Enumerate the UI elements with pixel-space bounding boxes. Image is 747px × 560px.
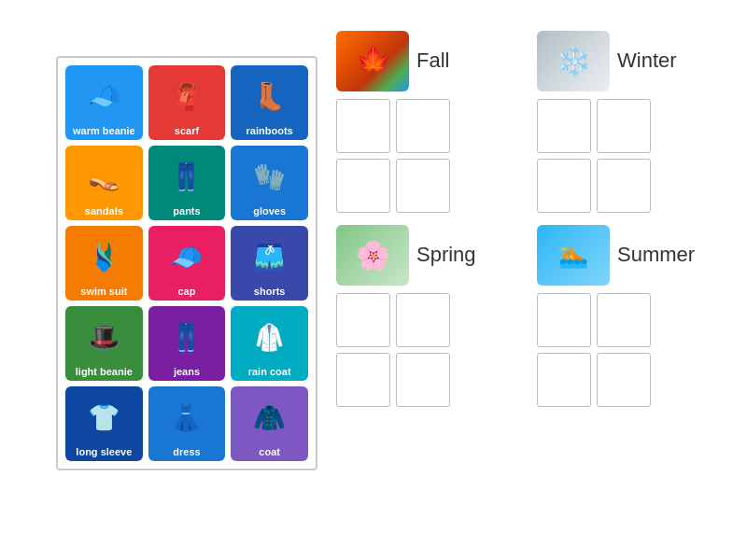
clothing-item-warm-beanie[interactable]: 🧢 warm beanie [65, 65, 143, 140]
season-image-summer [537, 225, 610, 286]
drop-row-spring-1 [336, 353, 528, 407]
cap-label: cap [178, 286, 196, 297]
drop-zones-winter [537, 99, 728, 213]
clothing-item-pants[interactable]: 👖 pants [148, 146, 226, 220]
clothing-item-coat[interactable]: 🧥 coat [231, 386, 308, 461]
swim-suit-icon: 🩱 [88, 231, 120, 284]
scarf-icon: 🧣 [170, 71, 203, 123]
warm-beanie-label: warm beanie [73, 125, 135, 136]
drop-zone-spring-1-0[interactable] [336, 353, 390, 407]
season-column-winter: Winter [537, 28, 728, 213]
season-image-winter [537, 31, 610, 91]
cap-icon: 🧢 [170, 231, 203, 284]
sandals-icon: 👡 [88, 151, 120, 203]
coat-label: coat [259, 446, 280, 457]
drop-zone-winter-1-1[interactable] [597, 159, 651, 213]
season-label-spring: Spring [416, 243, 476, 267]
season-image-spring [336, 225, 409, 286]
shorts-icon: 🩳 [253, 231, 286, 284]
clothing-item-rain-coat[interactable]: 🥼 rain coat [231, 306, 308, 381]
season-header-summer: Summer [537, 222, 728, 287]
drop-zone-summer-0-0[interactable] [537, 293, 591, 347]
drop-zone-summer-1-0[interactable] [537, 353, 591, 407]
clothing-item-dress[interactable]: 👗 dress [148, 386, 226, 461]
season-column-spring: Spring [336, 222, 528, 407]
drop-zone-fall-1-1[interactable] [396, 159, 450, 213]
shorts-label: shorts [254, 286, 286, 297]
clothing-item-shorts[interactable]: 🩳 shorts [231, 226, 308, 301]
drop-zone-spring-0-0[interactable] [336, 293, 390, 347]
season-label-fall: Fall [416, 49, 449, 73]
warm-beanie-icon: 🧢 [88, 71, 120, 123]
dress-label: dress [173, 446, 200, 457]
pants-label: pants [173, 205, 200, 217]
gloves-label: gloves [253, 205, 286, 217]
clothing-item-scarf[interactable]: 🧣 scarf [148, 65, 226, 140]
drop-row-fall-1 [336, 159, 528, 213]
season-header-winter: Winter [537, 28, 728, 93]
drop-zone-spring-0-1[interactable] [396, 293, 450, 347]
coat-icon: 🧥 [253, 392, 286, 444]
pants-icon: 👖 [170, 151, 203, 203]
season-column-summer: Summer [537, 222, 728, 407]
jeans-icon: 👖 [170, 312, 203, 364]
season-header-spring: Spring [336, 222, 528, 287]
season-header-fall: Fall [336, 28, 528, 93]
clothing-item-light-beanie[interactable]: 🎩 light beanie [65, 306, 143, 381]
clothing-item-sandals[interactable]: 👡 sandals [65, 146, 143, 220]
drop-zone-winter-1-0[interactable] [537, 159, 591, 213]
rain-coat-label: rain coat [248, 366, 291, 377]
rainboots-label: rainboots [247, 125, 293, 136]
swim-suit-label: swim suit [80, 286, 127, 297]
clothing-item-swim-suit[interactable]: 🩱 swim suit [65, 226, 143, 301]
dress-icon: 👗 [170, 392, 203, 444]
season-label-winter: Winter [617, 49, 677, 73]
drop-zones-summer [537, 293, 728, 407]
drop-zone-fall-0-0[interactable] [336, 99, 390, 153]
clothing-item-cap[interactable]: 🧢 cap [148, 226, 226, 301]
drop-row-winter-1 [537, 159, 728, 213]
drop-zone-winter-0-1[interactable] [597, 99, 651, 153]
drop-zone-winter-0-0[interactable] [537, 99, 591, 153]
drop-row-fall-0 [336, 99, 528, 153]
drop-row-summer-0 [537, 293, 728, 347]
drop-zone-summer-0-1[interactable] [597, 293, 651, 347]
drop-zones-fall [336, 99, 528, 213]
light-beanie-icon: 🎩 [88, 312, 120, 364]
drop-zone-fall-1-0[interactable] [336, 159, 390, 213]
drop-zone-fall-0-1[interactable] [396, 99, 450, 153]
jeans-label: jeans [174, 366, 200, 377]
drop-zones-spring [336, 293, 528, 407]
clothing-item-gloves[interactable]: 🧤 gloves [231, 146, 308, 220]
long-sleeve-icon: 👕 [88, 392, 120, 444]
drop-zone-summer-1-1[interactable] [597, 353, 651, 407]
clothing-item-rainboots[interactable]: 👢 rainboots [231, 65, 308, 140]
drop-row-spring-0 [336, 293, 528, 347]
light-beanie-label: light beanie [76, 366, 133, 377]
rain-coat-icon: 🥼 [253, 312, 286, 364]
season-label-summer: Summer [617, 243, 695, 267]
scarf-label: scarf [175, 125, 199, 136]
drop-row-summer-1 [537, 353, 728, 407]
season-column-fall: Fall [336, 28, 528, 213]
season-image-fall [336, 31, 409, 91]
clothing-panel: 🧢 warm beanie 🧣 scarf 👢 rainboots 👡 sand… [56, 56, 317, 470]
drop-row-winter-0 [537, 99, 728, 153]
rainboots-icon: 👢 [253, 71, 286, 123]
seasons-panel: FallWinterSpringSummer [336, 28, 728, 407]
clothing-item-long-sleeve[interactable]: 👕 long sleeve [65, 386, 143, 461]
drop-zone-spring-1-1[interactable] [396, 353, 450, 407]
long-sleeve-label: long sleeve [76, 446, 132, 457]
gloves-icon: 🧤 [253, 151, 286, 203]
sandals-label: sandals [85, 205, 123, 217]
clothing-item-jeans[interactable]: 👖 jeans [148, 306, 226, 381]
